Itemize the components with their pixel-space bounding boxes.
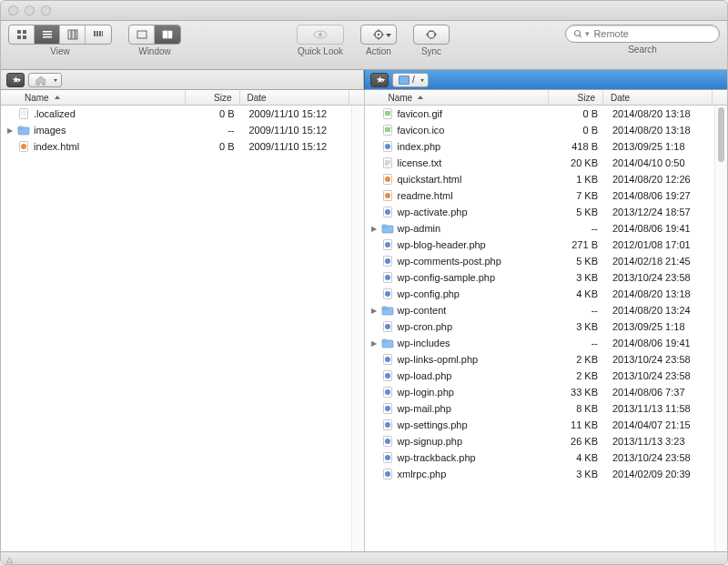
svg-rect-21: [43, 34, 52, 35]
view-coverflow-mode[interactable]: [86, 25, 111, 44]
disclosure-triangle[interactable]: [370, 307, 378, 315]
action-button[interactable]: [360, 25, 397, 45]
file-row[interactable]: xmlrpc.php3 KB2014/02/09 20:39: [365, 466, 728, 482]
file-row[interactable]: wp-includes--2014/08/06 19:41: [365, 335, 728, 351]
remote-file-list[interactable]: favicon.gif0 B2014/08/20 13:18favicon.ic…: [365, 106, 728, 551]
folder-icon: [381, 304, 394, 317]
action-label: Action: [366, 46, 391, 56]
file-name: wp-settings.php: [398, 419, 468, 430]
file-row[interactable]: favicon.gif0 B2014/08/20 13:18: [365, 106, 728, 122]
file-row[interactable]: wp-settings.php11 KB2014/04/07 21:15: [365, 417, 728, 433]
file-name: wp-login.php: [398, 387, 454, 398]
file-size: 3 KB: [551, 469, 605, 479]
svg-rect-16: [17, 30, 21, 34]
file-date: 2013/09/25 1:18: [605, 141, 714, 152]
minimize-window-button[interactable]: [25, 5, 35, 15]
svg-line-44: [580, 35, 581, 38]
php-icon: [381, 369, 394, 382]
file-date: 2013/09/25 1:18: [605, 321, 714, 332]
file-row[interactable]: wp-signup.php26 KB2013/11/13 3:23: [365, 433, 728, 449]
file-row[interactable]: index.html0 B2009/11/10 15:12: [1, 138, 364, 155]
file-row[interactable]: wp-cron.php3 KB2013/09/25 1:18: [365, 318, 728, 335]
file-row[interactable]: wp-trackback.php4 KB2013/10/24 23:58: [365, 449, 728, 466]
disclosure-triangle[interactable]: [6, 126, 14, 135]
disclosure-triangle[interactable]: [370, 339, 378, 348]
disclosure-triangle[interactable]: [370, 225, 378, 233]
php-icon: [381, 419, 394, 431]
dual-pane-button[interactable]: [155, 25, 180, 44]
sync-button[interactable]: [413, 25, 450, 45]
html-icon: [17, 140, 30, 153]
zoom-window-button[interactable]: [41, 5, 51, 15]
file-date: 2014/08/06 7:37: [605, 387, 714, 398]
file-row[interactable]: index.php418 B2013/09/25 1:18: [365, 138, 728, 155]
remote-scrollbar[interactable]: [714, 106, 727, 551]
file-row[interactable]: wp-load.php2 KB2013/10/24 23:58: [365, 368, 728, 384]
local-scrollbar[interactable]: [351, 106, 364, 551]
search-field[interactable]: ▾: [565, 25, 720, 43]
php-icon: [381, 353, 394, 366]
view-column-mode[interactable]: [60, 25, 86, 44]
file-row[interactable]: wp-config-sample.php3 KB2013/10/24 23:58: [365, 269, 728, 286]
search-scope-caret: ▾: [585, 29, 590, 38]
local-file-list[interactable]: .localized0 B2009/11/10 15:12images--200…: [1, 106, 364, 551]
file-name: images: [34, 125, 66, 136]
php-icon: [381, 206, 394, 218]
col-date[interactable]: Date: [240, 90, 349, 105]
view-list-mode[interactable]: [35, 25, 60, 44]
file-row[interactable]: readme.html7 KB2014/08/06 19:27: [365, 187, 728, 204]
quicklook-button[interactable]: [297, 25, 344, 45]
file-row[interactable]: quickstart.html1 KB2014/08/20 12:26: [365, 171, 728, 187]
file-row[interactable]: favicon.ico0 B2014/08/20 13:18: [365, 122, 728, 138]
col-size[interactable]: Size: [549, 90, 603, 105]
file-row[interactable]: wp-login.php33 KB2014/08/06 7:37: [365, 384, 728, 400]
single-pane-button[interactable]: [129, 25, 155, 44]
php-icon: [381, 288, 394, 300]
php-icon: [381, 320, 394, 333]
file-date: 2009/11/10 15:12: [242, 141, 351, 152]
search-input[interactable]: [593, 28, 712, 39]
action-group: Action: [360, 25, 397, 56]
file-row[interactable]: wp-content--2014/08/20 13:24: [365, 302, 728, 318]
file-size: 5 KB: [551, 256, 605, 267]
file-date: 2014/04/07 21:15: [605, 419, 714, 430]
file-row[interactable]: wp-config.php4 KB2014/08/20 13:18: [365, 286, 728, 302]
local-path-crumb[interactable]: [28, 73, 62, 87]
file-row[interactable]: .localized0 B2009/11/10 15:12: [1, 106, 364, 122]
file-row[interactable]: license.txt20 KB2014/04/10 0:50: [365, 155, 728, 171]
col-size[interactable]: Size: [186, 90, 240, 105]
remote-path-crumb[interactable]: /: [392, 73, 429, 87]
view-icon-mode[interactable]: [9, 25, 35, 44]
col-name[interactable]: Name: [365, 90, 550, 105]
svg-rect-25: [76, 30, 77, 39]
file-row[interactable]: wp-activate.php5 KB2013/12/24 18:57: [365, 204, 728, 220]
file-name: wp-blog-header.php: [398, 239, 486, 250]
file-row[interactable]: wp-comments-post.php5 KB2014/02/18 21:45: [365, 253, 728, 269]
col-date[interactable]: Date: [603, 90, 713, 105]
search-icon: [573, 29, 581, 39]
file-name: wp-load.php: [398, 370, 452, 381]
file-row[interactable]: wp-links-opml.php2 KB2013/10/24 23:58: [365, 351, 728, 368]
file-size: 3 KB: [551, 321, 605, 332]
col-name[interactable]: Name: [1, 90, 186, 105]
file-row[interactable]: images--2009/11/10 15:12: [1, 122, 364, 138]
file-row[interactable]: wp-mail.php8 KB2013/11/13 11:58: [365, 400, 728, 417]
home-icon: [35, 75, 46, 86]
file-row[interactable]: wp-blog-header.php271 B2012/01/08 17:01: [365, 237, 728, 253]
txt-icon: [381, 156, 394, 169]
php-icon: [381, 140, 394, 153]
file-size: --: [551, 223, 605, 234]
file-name: index.html: [34, 141, 79, 152]
svg-rect-28: [99, 31, 101, 36]
footer-expand-icon[interactable]: △: [6, 555, 13, 564]
svg-marker-41: [435, 33, 437, 36]
remote-favorites-menu[interactable]: ★: [370, 73, 389, 87]
file-date: 2014/08/20 13:18: [605, 288, 714, 299]
file-name: favicon.ico: [398, 125, 445, 136]
local-favorites-menu[interactable]: ★: [6, 73, 25, 87]
svg-rect-26: [94, 31, 96, 36]
file-name: favicon.gif: [398, 108, 443, 119]
close-window-button[interactable]: [8, 5, 18, 15]
file-row[interactable]: wp-admin--2014/08/06 19:41: [365, 220, 728, 237]
file-name: wp-config.php: [398, 288, 460, 299]
